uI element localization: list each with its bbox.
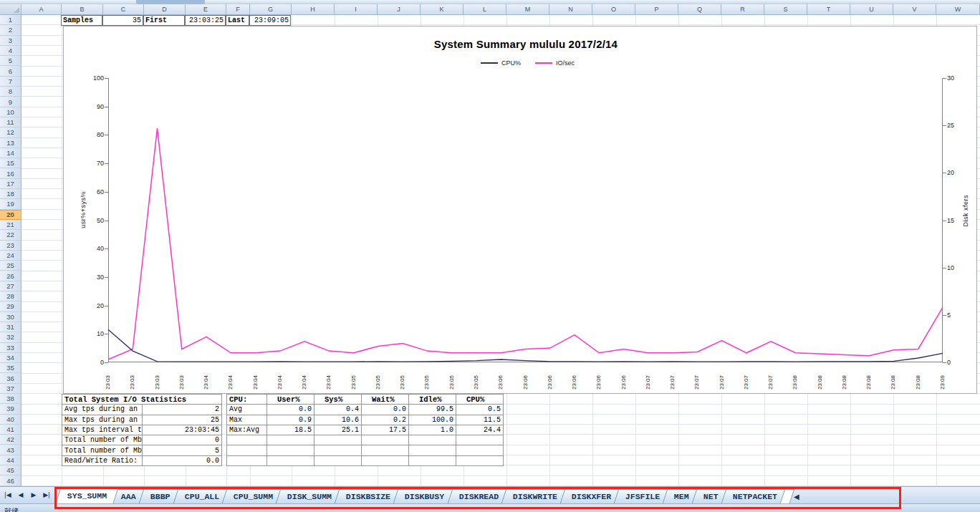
empty-cell[interactable] <box>409 445 456 455</box>
empty-cell[interactable] <box>456 455 504 465</box>
column-header-M[interactable]: M <box>506 4 549 15</box>
row-header-23[interactable]: 23 <box>0 241 21 251</box>
empty-cell[interactable] <box>227 435 267 445</box>
column-header-P[interactable]: P <box>635 4 678 15</box>
sheet-tab-diskwrite[interactable]: DISKWRITE <box>501 489 570 503</box>
row-header-27[interactable]: 27 <box>0 281 21 291</box>
row-header-3[interactable]: 3 <box>0 36 21 46</box>
column-header-B[interactable]: B <box>62 4 103 15</box>
io-stat-label[interactable]: Max tps during an interval: <box>62 415 143 425</box>
io-stat-value[interactable]: 0 <box>142 435 222 445</box>
row-header-12[interactable]: 12 <box>0 127 21 137</box>
system-summary-chart[interactable]: System Summary mululu 2017/2/14 CPU%IO/s… <box>63 26 977 394</box>
empty-cell[interactable] <box>314 435 362 445</box>
column-header-F[interactable]: F <box>226 4 250 15</box>
cpu-stat-cell[interactable]: 0.2 <box>362 415 409 425</box>
empty-cell[interactable] <box>456 445 504 455</box>
cell-last_label[interactable]: Last <box>226 15 249 26</box>
row-header-36[interactable]: 36 <box>0 373 21 383</box>
row-header-30[interactable]: 30 <box>0 312 21 322</box>
row-header-5[interactable]: 5 <box>0 56 21 66</box>
column-header-G[interactable]: G <box>250 4 292 15</box>
row-header-7[interactable]: 7 <box>0 77 21 87</box>
io-stat-label[interactable]: Avg tps during an interval: <box>62 405 143 415</box>
empty-cell[interactable] <box>267 455 314 465</box>
io-stat-value[interactable]: 5 <box>142 445 222 455</box>
column-header-N[interactable]: N <box>549 4 592 15</box>
column-header-W[interactable]: W <box>936 4 980 15</box>
row-header-28[interactable]: 28 <box>0 291 21 301</box>
row-header-41[interactable]: 41 <box>0 425 21 435</box>
io-stat-label[interactable]: Read/Write Ratio: <box>62 455 143 465</box>
previous-sheet-button[interactable]: ◀ <box>15 488 27 501</box>
column-header-E[interactable]: E <box>186 4 226 15</box>
cpu-header-cell[interactable]: User% <box>267 395 314 405</box>
row-header-38[interactable]: 38 <box>0 394 21 404</box>
row-header-17[interactable]: 17 <box>0 179 21 189</box>
cell-first_value[interactable]: 23:03:25 <box>185 15 226 26</box>
row-header-31[interactable]: 31 <box>0 322 21 332</box>
select-all-corner[interactable] <box>0 4 21 15</box>
empty-cell[interactable] <box>267 435 314 445</box>
column-header-D[interactable]: D <box>144 4 186 15</box>
cpu-header-cell[interactable]: Idle% <box>409 395 456 405</box>
io-stat-value[interactable]: 23:03:45 <box>142 425 222 435</box>
column-header-Q[interactable]: Q <box>678 4 721 15</box>
column-header-L[interactable]: L <box>463 4 506 15</box>
io-stat-value[interactable]: 25 <box>142 415 222 425</box>
cpu-stat-cell[interactable]: Max:Avg <box>227 425 267 435</box>
row-header-4[interactable]: 4 <box>0 46 21 56</box>
empty-cell[interactable] <box>409 435 456 445</box>
column-header-H[interactable]: H <box>292 4 335 15</box>
cell-samples_label[interactable]: Samples <box>61 15 102 26</box>
last-sheet-button[interactable]: ▶| <box>41 488 52 501</box>
row-header-10[interactable]: 10 <box>0 107 21 117</box>
next-sheet-button[interactable]: ▶ <box>28 488 39 501</box>
empty-cell[interactable] <box>456 435 504 445</box>
io-stat-value[interactable]: 2 <box>142 405 222 415</box>
empty-cell[interactable] <box>314 455 362 465</box>
cpu-stat-cell[interactable]: 0.0 <box>267 405 314 415</box>
row-header-16[interactable]: 16 <box>0 168 21 178</box>
row-header-18[interactable]: 18 <box>0 189 21 199</box>
empty-cell[interactable] <box>362 445 409 455</box>
cpu-stat-cell[interactable]: 0.4 <box>314 405 362 415</box>
cpu-header-cell[interactable]: CPU: <box>227 395 267 405</box>
empty-cell[interactable] <box>409 455 456 465</box>
row-header-35[interactable]: 35 <box>0 363 21 373</box>
row-header-21[interactable]: 21 <box>0 220 21 230</box>
row-header-13[interactable]: 13 <box>0 138 21 148</box>
empty-cell[interactable] <box>314 445 362 455</box>
row-header-44[interactable]: 44 <box>0 455 21 465</box>
column-header-C[interactable]: C <box>103 4 144 15</box>
row-header-15[interactable]: 15 <box>0 158 21 168</box>
cpu-stat-cell[interactable]: 10.6 <box>314 415 362 425</box>
row-header-2[interactable]: 2 <box>0 25 21 35</box>
cpu-stat-cell[interactable]: 11.5 <box>456 415 504 425</box>
column-header-S[interactable]: S <box>764 4 807 15</box>
cell-first_label[interactable]: First <box>143 15 185 26</box>
row-header-9[interactable]: 9 <box>0 97 21 107</box>
row-header-22[interactable]: 22 <box>0 230 21 240</box>
sheet-tab-diskread[interactable]: DISKREAD <box>447 489 510 503</box>
row-header-37[interactable]: 37 <box>0 384 21 394</box>
empty-cell[interactable] <box>227 455 267 465</box>
io-stat-label[interactable]: Max tps interval time: <box>62 425 143 435</box>
empty-cell[interactable] <box>267 445 314 455</box>
empty-cell[interactable] <box>362 455 409 465</box>
column-header-R[interactable]: R <box>721 4 764 15</box>
sheet-tab-disk_summ[interactable]: DISK_SUMM <box>276 489 344 503</box>
row-header-32[interactable]: 32 <box>0 332 21 342</box>
cpu-stat-cell[interactable]: 0.5 <box>456 405 504 415</box>
io-stats-title[interactable]: Total System I/O Statistics <box>62 395 222 405</box>
cpu-header-cell[interactable]: Wait% <box>362 395 409 405</box>
row-header-26[interactable]: 26 <box>0 271 21 281</box>
empty-cell[interactable] <box>227 445 267 455</box>
column-header-I[interactable]: I <box>335 4 378 15</box>
sheet-tab-diskxfer[interactable]: DISKXFER <box>560 489 623 503</box>
row-header-25[interactable]: 25 <box>0 261 21 271</box>
column-header-O[interactable]: O <box>592 4 635 15</box>
sheet-tab-sys_summ[interactable]: SYS_SUMM <box>55 488 118 503</box>
sheet-tab-diskbusy[interactable]: DISKBUSY <box>393 489 456 503</box>
column-header-A[interactable]: A <box>21 4 62 15</box>
